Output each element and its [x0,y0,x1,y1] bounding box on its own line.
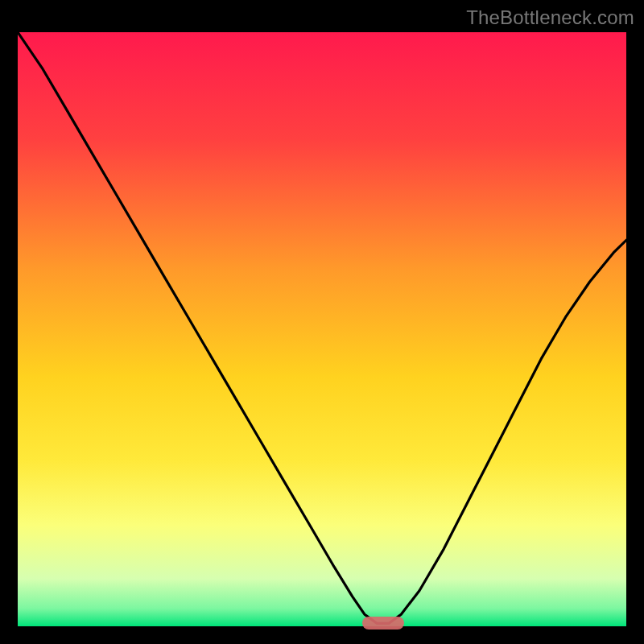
bottleneck-marker [362,617,404,630]
watermark-text: TheBottleneck.com [466,6,634,29]
chart-frame [18,32,626,626]
gradient-background [18,32,626,626]
bottleneck-chart [18,32,626,626]
